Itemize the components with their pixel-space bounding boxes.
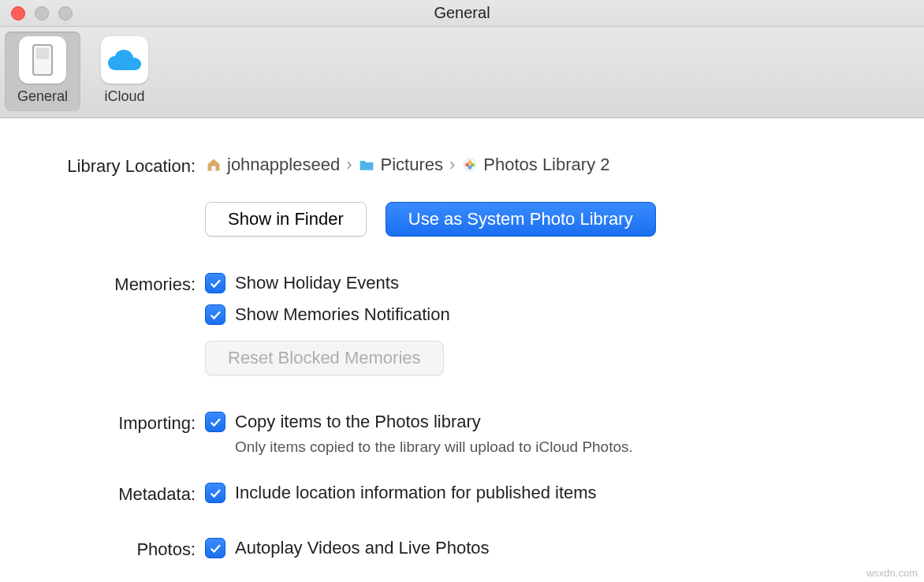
checkbox-checked-icon <box>205 304 225 325</box>
watermark: wsxdn.com <box>866 567 918 579</box>
include-location-checkbox-row[interactable]: Include location information for publish… <box>205 483 892 503</box>
general-icon <box>19 36 66 84</box>
window-title: General <box>0 4 924 22</box>
importing-help-text: Only items copied to the library will up… <box>235 438 892 456</box>
autoplay-label: Autoplay Videos and Live Photos <box>235 538 490 558</box>
home-icon <box>205 156 222 173</box>
show-holiday-label: Show Holiday Events <box>235 273 399 293</box>
breadcrumb-text: Pictures <box>380 155 442 175</box>
photos-row: Photos: Autoplay Videos and Live Photos <box>32 538 892 569</box>
checkbox-checked-icon <box>205 412 225 432</box>
tab-general[interactable]: General <box>5 32 80 111</box>
chevron-right-icon: › <box>449 155 455 175</box>
copy-items-label: Copy items to the Photos library <box>235 412 481 432</box>
memories-label: Memories: <box>32 273 205 295</box>
breadcrumb-item-pictures[interactable]: Pictures <box>358 155 442 175</box>
show-in-finder-button[interactable]: Show in Finder <box>205 202 367 237</box>
minimize-button[interactable] <box>35 6 49 21</box>
icloud-icon <box>101 36 148 84</box>
tab-icloud[interactable]: iCloud <box>87 32 162 111</box>
breadcrumb-text: Photos Library 2 <box>483 155 609 175</box>
memories-row: Memories: Show Holiday Events Show Memor… <box>32 273 892 375</box>
window-controls <box>0 6 73 21</box>
checkbox-checked-icon <box>205 483 225 503</box>
toolbar: General iCloud <box>0 27 924 118</box>
chevron-right-icon: › <box>346 155 352 175</box>
metadata-label: Metadata: <box>32 483 205 505</box>
reset-blocked-memories-button: Reset Blocked Memories <box>205 341 444 375</box>
copy-items-checkbox-row[interactable]: Copy items to the Photos library <box>205 412 892 432</box>
zoom-button[interactable] <box>58 6 73 21</box>
show-holiday-checkbox-row[interactable]: Show Holiday Events <box>205 273 892 293</box>
photos-icon <box>461 156 479 173</box>
svg-point-5 <box>465 163 469 167</box>
preferences-window: General General iCloud Library Location: <box>0 0 924 582</box>
library-location-row: Library Location: johnappleseed › P <box>32 155 892 263</box>
include-location-label: Include location information for publish… <box>235 483 597 503</box>
breadcrumb: johnappleseed › Pictures › Pho <box>205 155 892 175</box>
folder-icon <box>358 156 375 173</box>
breadcrumb-item-library[interactable]: Photos Library 2 <box>461 155 609 175</box>
show-notification-label: Show Memories Notification <box>235 304 450 325</box>
breadcrumb-item-home[interactable]: johnappleseed <box>205 155 340 175</box>
checkbox-checked-icon <box>205 538 225 558</box>
metadata-row: Metadata: Include location information f… <box>32 483 892 514</box>
autoplay-checkbox-row[interactable]: Autoplay Videos and Live Photos <box>205 538 892 558</box>
content-area: Library Location: johnappleseed › P <box>0 118 924 569</box>
show-notification-checkbox-row[interactable]: Show Memories Notification <box>205 304 892 325</box>
checkbox-checked-icon <box>205 273 225 293</box>
tab-general-label: General <box>6 88 79 105</box>
close-button[interactable] <box>11 6 25 21</box>
titlebar: General <box>0 0 924 27</box>
photos-label: Photos: <box>32 538 205 560</box>
use-system-library-button[interactable]: Use as System Photo Library <box>386 202 656 237</box>
importing-label: Importing: <box>32 412 205 434</box>
library-location-label: Library Location: <box>32 155 205 177</box>
svg-rect-0 <box>212 166 216 171</box>
importing-row: Importing: Copy items to the Photos libr… <box>32 412 892 473</box>
breadcrumb-text: johnappleseed <box>227 155 340 175</box>
tab-icloud-label: iCloud <box>88 88 161 105</box>
